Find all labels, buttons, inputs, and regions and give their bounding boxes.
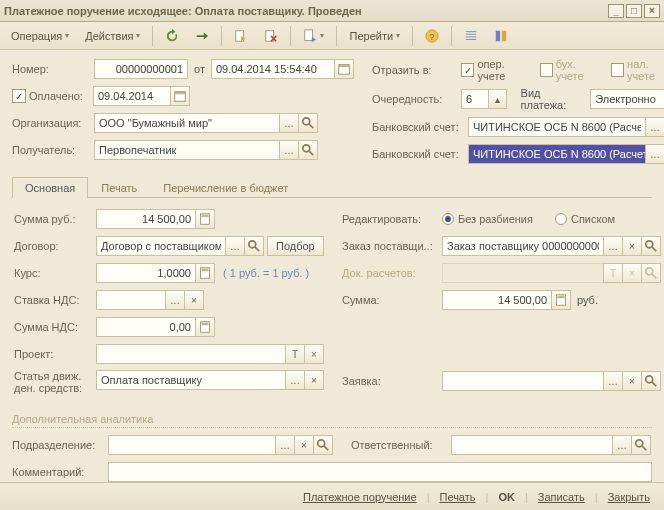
- cashflow-select-button[interactable]: …: [285, 370, 305, 390]
- footer-close-button[interactable]: Закрыть: [602, 491, 656, 503]
- responsible-open-button[interactable]: [631, 435, 651, 455]
- rate-calc-button[interactable]: [195, 263, 215, 283]
- actions-menu[interactable]: Действия▾: [78, 25, 147, 47]
- sum-rub-calc-button[interactable]: [195, 209, 215, 229]
- minimize-button[interactable]: _: [608, 4, 624, 18]
- toolbar-forward-button[interactable]: [188, 25, 216, 47]
- recipient-select-button[interactable]: …: [279, 140, 299, 160]
- paid-label: Оплачено:: [29, 90, 93, 102]
- footer-bar: Платежное поручение | Печать | OK | Запи…: [0, 482, 664, 510]
- footer-save-button[interactable]: Записать: [532, 491, 591, 503]
- order-select-button[interactable]: …: [603, 236, 623, 256]
- project-type-button[interactable]: T: [285, 344, 305, 364]
- responsible-field[interactable]: [451, 435, 613, 455]
- request-clear-button[interactable]: ×: [622, 371, 642, 391]
- responsible-label: Ответственный:: [351, 439, 451, 451]
- maximize-button[interactable]: □: [626, 4, 642, 18]
- reflect-buh-checkbox[interactable]: бух. учете: [540, 58, 603, 82]
- edit-nobreak-radio[interactable]: Без разбиения: [442, 213, 533, 225]
- recipient-field[interactable]: [94, 140, 280, 160]
- bank-account-1-field[interactable]: [468, 117, 646, 137]
- rate-field[interactable]: [96, 263, 196, 283]
- project-field[interactable]: [96, 344, 286, 364]
- date-field[interactable]: [211, 59, 335, 79]
- reflect-label: Отразить в:: [372, 64, 461, 76]
- payment-type-field[interactable]: [590, 89, 664, 109]
- number-label: Номер:: [12, 63, 94, 75]
- tab-main[interactable]: Основная: [12, 177, 88, 198]
- priority-label: Очередность:: [372, 93, 461, 105]
- number-field[interactable]: [94, 59, 188, 79]
- contract-field[interactable]: [96, 236, 226, 256]
- request-open-button[interactable]: [641, 371, 661, 391]
- priority-spinner[interactable]: ▴: [488, 89, 507, 109]
- priority-field[interactable]: [461, 89, 489, 109]
- toolbar-post-button[interactable]: [227, 25, 255, 47]
- toolbar-settings-button[interactable]: [487, 25, 515, 47]
- paid-date-field[interactable]: [93, 86, 171, 106]
- org-open-button[interactable]: [298, 113, 318, 133]
- vat-rate-field[interactable]: [96, 290, 166, 310]
- operation-menu[interactable]: Операция▾: [4, 25, 76, 47]
- sum-rub-field[interactable]: [96, 209, 196, 229]
- responsible-select-button[interactable]: …: [612, 435, 632, 455]
- sum2-field[interactable]: [442, 290, 552, 310]
- footer-payment-order[interactable]: Платежное поручение: [297, 491, 423, 503]
- paid-checkbox[interactable]: ✓: [12, 89, 26, 103]
- toolbar-unpost-button[interactable]: [257, 25, 285, 47]
- org-select-button[interactable]: …: [279, 113, 299, 133]
- date-picker-button[interactable]: [334, 59, 354, 79]
- vat-sum-calc-button[interactable]: [195, 317, 215, 337]
- refresh-icon: [165, 29, 179, 43]
- footer-ok-button[interactable]: OK: [492, 491, 521, 503]
- order-open-button[interactable]: [641, 236, 661, 256]
- department-label: Подразделение:: [12, 439, 108, 451]
- recipient-open-button[interactable]: [298, 140, 318, 160]
- request-select-button[interactable]: …: [603, 371, 623, 391]
- goto-menu[interactable]: Перейти▾: [342, 25, 407, 47]
- order-field[interactable]: [442, 236, 604, 256]
- request-field[interactable]: [442, 371, 604, 391]
- docres-open-button: [641, 263, 661, 283]
- org-field[interactable]: [94, 113, 280, 133]
- paid-date-picker-button[interactable]: [170, 86, 190, 106]
- toolbar-list-button[interactable]: [457, 25, 485, 47]
- toolbar-refresh-button[interactable]: [158, 25, 186, 47]
- edit-list-radio[interactable]: Списком: [555, 213, 615, 225]
- cashflow-field[interactable]: [96, 370, 286, 390]
- svg-rect-6: [502, 30, 506, 41]
- svg-rect-8: [339, 65, 350, 68]
- department-field[interactable]: [108, 435, 276, 455]
- vat-rate-clear-button[interactable]: ×: [184, 290, 204, 310]
- project-clear-button[interactable]: ×: [304, 344, 324, 364]
- cashflow-clear-button[interactable]: ×: [304, 370, 324, 390]
- footer-print[interactable]: Печать: [433, 491, 481, 503]
- help-icon: ?: [425, 29, 439, 43]
- tab-budget[interactable]: Перечисление в бюджет: [150, 177, 301, 198]
- reflect-nal-checkbox[interactable]: нал. учете: [611, 58, 664, 82]
- toolbar-basis-button[interactable]: ▾: [296, 25, 331, 47]
- vat-sum-field[interactable]: [96, 317, 196, 337]
- department-open-button[interactable]: [313, 435, 333, 455]
- request-label: Заявка:: [342, 375, 442, 387]
- tab-print[interactable]: Печать: [88, 177, 150, 198]
- magnifier-icon: [644, 239, 658, 253]
- bank-account-1-select[interactable]: …: [645, 117, 664, 137]
- contract-select-button[interactable]: …: [225, 236, 245, 256]
- goto-label: Перейти: [349, 30, 393, 42]
- docres-type-button: T: [603, 263, 623, 283]
- bank-account-2-field[interactable]: ЧИТИНСКОЕ ОСБ N 8600 (Расчетны: [468, 144, 646, 164]
- pick-button[interactable]: Подбор: [267, 236, 324, 256]
- department-clear-button[interactable]: ×: [294, 435, 314, 455]
- docres-label: Док. расчетов:: [342, 267, 442, 279]
- reflect-oper-checkbox[interactable]: ✓опер. учете: [461, 58, 531, 82]
- close-button[interactable]: ×: [644, 4, 660, 18]
- department-select-button[interactable]: …: [275, 435, 295, 455]
- bank-account-2-select[interactable]: …: [645, 144, 664, 164]
- order-clear-button[interactable]: ×: [622, 236, 642, 256]
- contract-open-button[interactable]: [244, 236, 264, 256]
- sum2-calc-button[interactable]: [551, 290, 571, 310]
- comment-field[interactable]: [108, 462, 652, 482]
- vat-rate-select-button[interactable]: …: [165, 290, 185, 310]
- toolbar-help-button[interactable]: ?: [418, 25, 446, 47]
